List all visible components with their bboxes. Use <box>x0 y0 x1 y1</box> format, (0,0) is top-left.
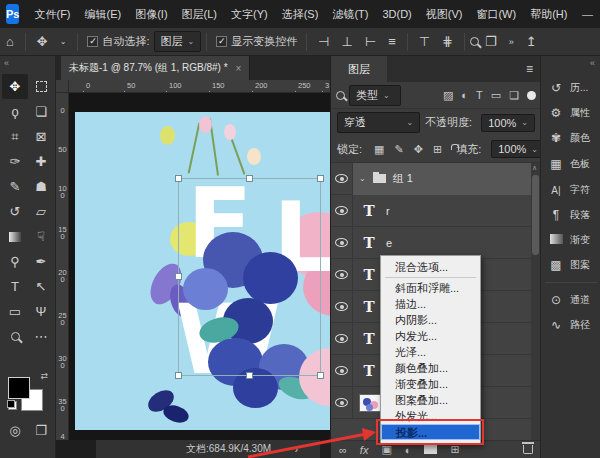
quick-mask-button[interactable]: ◎ <box>2 418 28 442</box>
path-selection-tool[interactable]: ↖ <box>28 274 54 299</box>
panel-channels[interactable]: ⊙ 通道 <box>541 288 600 312</box>
visibility-toggle[interactable] <box>331 195 353 227</box>
panel-color[interactable]: ✾ 颜色 <box>541 126 600 150</box>
distribute-icon[interactable]: ≡ <box>382 34 402 49</box>
layers-scrollbar[interactable]: ∧ <box>531 163 540 440</box>
group-chevron-icon[interactable]: ⌄ <box>359 174 366 183</box>
menu-edit[interactable]: 编辑(E) <box>78 0 129 28</box>
frame-tool[interactable]: ⊠ <box>28 124 54 149</box>
link-layers-icon[interactable]: ∞ <box>339 444 347 456</box>
visibility-toggle[interactable] <box>331 259 353 291</box>
align-top-icon[interactable]: ⊤ <box>413 34 436 49</box>
move-tool[interactable]: ✥ <box>2 74 28 99</box>
lock-pixels-icon[interactable]: ✎ <box>392 143 405 156</box>
lock-transparency-icon[interactable]: ▦ <box>372 143 386 156</box>
panel-history[interactable]: ↺ 历... <box>541 76 600 100</box>
transform-handle[interactable] <box>246 175 253 182</box>
menu-image[interactable]: 图像(I) <box>128 0 174 28</box>
panel-menu-icon[interactable]: ≡ <box>526 62 533 76</box>
collapse-panels-icon[interactable]: « <box>590 58 595 68</box>
swap-colors-icon[interactable]: ⇄ <box>40 371 48 381</box>
default-colors-icon[interactable] <box>8 401 17 410</box>
status-chevron-icon[interactable]: › <box>295 444 298 455</box>
visibility-toggle[interactable] <box>331 323 353 355</box>
visibility-toggle[interactable] <box>331 163 353 195</box>
dodge-tool[interactable]: ⚲ <box>2 249 28 274</box>
panel-gradients[interactable]: 渐变 <box>541 228 600 252</box>
eraser-tool[interactable]: ▱ <box>28 199 54 224</box>
filter-pixel-icon[interactable]: ▨ <box>441 89 455 102</box>
visibility-toggle[interactable] <box>331 355 353 387</box>
menu-help[interactable]: 帮助(H) <box>523 0 574 28</box>
home-icon[interactable]: ⌂ <box>0 34 20 49</box>
scrollbar-thumb[interactable] <box>532 175 539 255</box>
new-group-icon[interactable] <box>424 445 437 454</box>
menu-filter[interactable]: 滤镜(T) <box>325 0 375 28</box>
object-selection-tool[interactable]: ❏ <box>28 99 54 124</box>
brush-tool[interactable]: ✎ <box>2 174 28 199</box>
menu-item-pattern-overlay[interactable]: 图案叠加... <box>381 392 480 408</box>
menu-item-satin[interactable]: 光泽... <box>381 344 480 360</box>
foreground-color-swatch[interactable] <box>8 377 30 399</box>
close-tab-icon[interactable]: × <box>236 63 242 74</box>
filter-toggle[interactable] <box>527 91 536 100</box>
edit-toolbar-button[interactable]: ⋯ <box>28 324 54 349</box>
crop-tool[interactable]: ⌗ <box>2 124 28 149</box>
scroll-up-icon[interactable]: ∧ <box>532 164 537 172</box>
menu-select[interactable]: 选择(S) <box>275 0 326 28</box>
show-transform-checkbox[interactable]: ✓ <box>216 36 227 47</box>
menu-layer[interactable]: 图层(L) <box>175 0 224 28</box>
menu-type[interactable]: 文字(Y) <box>224 0 275 28</box>
panel-paragraph[interactable]: ¶ 段落 <box>541 203 600 227</box>
search-icon[interactable] <box>470 37 479 46</box>
canvas[interactable]: F L W <box>75 112 330 430</box>
menu-file[interactable]: 文件(F) <box>27 0 77 28</box>
collapse-toolbar-icon[interactable]: « <box>4 58 9 68</box>
panel-paths[interactable]: ∿ 路径 <box>541 313 600 337</box>
menu-3d[interactable]: 3D(D) <box>375 0 418 28</box>
layer-row-group[interactable]: ⌄ 组 1 <box>331 163 532 195</box>
menu-item-bevel-emboss[interactable]: 斜面和浮雕... <box>381 280 480 296</box>
shape-tool[interactable]: ▭ <box>2 299 28 324</box>
transform-handle[interactable] <box>175 372 182 379</box>
transform-handle[interactable] <box>317 175 324 182</box>
menu-item-inner-glow[interactable]: 内发光... <box>381 328 480 344</box>
screen-mode-button[interactable]: ❐ <box>28 418 54 442</box>
filter-type-dropdown[interactable]: 类型 ⌄ <box>349 85 401 106</box>
visibility-toggle[interactable] <box>331 291 353 323</box>
blend-mode-dropdown[interactable]: 穿透 ⌄ <box>337 112 420 133</box>
filter-shape-icon[interactable]: ▭ <box>489 89 503 102</box>
layer-style-icon[interactable]: fx <box>360 444 369 456</box>
filter-smart-object-icon[interactable]: ❏ <box>507 89 521 102</box>
history-brush-tool[interactable]: ↺ <box>2 199 28 224</box>
transform-handle[interactable] <box>175 273 182 280</box>
panel-properties[interactable]: ⚙ 属性 <box>541 101 600 125</box>
move-tool-icon[interactable]: ✥ <box>31 34 54 49</box>
layer-row-text[interactable]: T r <box>331 195 532 227</box>
filter-adjustment-icon[interactable]: ◐ <box>459 89 470 101</box>
align-left-icon[interactable]: ⊣ <box>312 34 335 49</box>
align-right-icon[interactable]: ⊢ <box>359 34 382 49</box>
menu-item-color-overlay[interactable]: 颜色叠加... <box>381 360 480 376</box>
auto-select-dropdown[interactable]: 图层 ⌄ <box>154 31 202 52</box>
marquee-tool[interactable] <box>28 74 54 99</box>
lasso-tool[interactable]: ϙ <box>2 99 28 124</box>
clone-stamp-tool[interactable]: ☗ <box>28 174 54 199</box>
tab-layers[interactable]: 图层 <box>331 56 387 82</box>
hand-tool[interactable]: Ψ <box>28 299 54 324</box>
menu-item-inner-shadow[interactable]: 内阴影... <box>381 312 480 328</box>
pen-tool[interactable]: ✒ <box>28 249 54 274</box>
gradient-tool[interactable] <box>2 224 28 249</box>
opacity-dropdown[interactable]: 100% ⌄ <box>481 114 535 132</box>
workspace-icon[interactable]: ❐ <box>479 34 503 49</box>
double-chevron-icon[interactable]: » <box>503 37 520 47</box>
panel-swatches[interactable]: ▦ 色板 <box>541 152 600 176</box>
fill-dropdown[interactable]: 100% ⌄ <box>491 140 545 158</box>
panel-patterns[interactable]: ▩ 图案 <box>541 253 600 277</box>
menu-item-blending-options[interactable]: 混合选项... <box>381 259 480 275</box>
transform-handle[interactable] <box>317 372 324 379</box>
delete-layer-icon[interactable] <box>523 445 533 454</box>
visibility-toggle[interactable] <box>331 227 353 259</box>
visibility-toggle[interactable] <box>331 387 353 419</box>
adjustment-layer-icon[interactable]: ◐ <box>405 444 412 456</box>
